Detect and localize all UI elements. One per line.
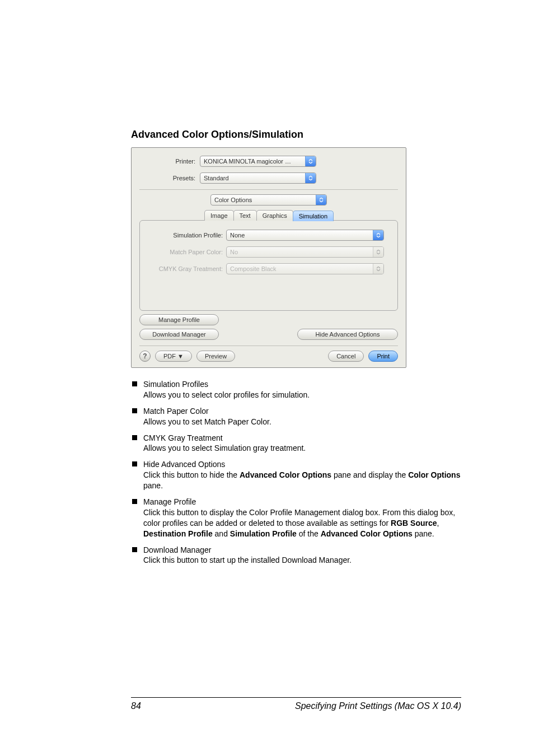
bullet-desc: Click this button to start up the instal… (143, 555, 461, 566)
chevron-updown-icon (305, 173, 316, 183)
tab-text[interactable]: Text (233, 210, 257, 221)
cancel-button[interactable]: Cancel (328, 351, 364, 362)
pdf-menu-label: PDF ▼ (163, 353, 184, 360)
printer-select-value: KONICA MINOLTA magicolor … (200, 158, 305, 165)
tab-graphics[interactable]: Graphics (256, 210, 293, 221)
bullet-title: Manage Profile (143, 497, 461, 507)
list-item: Manage Profile Click this button to disp… (131, 497, 461, 539)
presets-select[interactable]: Standard (200, 172, 316, 184)
printer-select[interactable]: KONICA MINOLTA magicolor … (200, 156, 316, 167)
preview-button[interactable]: Preview (196, 351, 235, 362)
cmyk-gray-select: Composite Black (226, 263, 384, 274)
divider (139, 346, 398, 346)
bullet-title: Simulation Profiles (143, 379, 461, 390)
list-item: Simulation Profiles Allows you to select… (131, 379, 461, 400)
print-dialog: Printer: KONICA MINOLTA magicolor … Pres… (131, 147, 406, 368)
bullet-desc: Allows you to set Match Paper Color. (143, 417, 461, 427)
section-heading: Advanced Color Options/Simulation (131, 129, 461, 141)
tab-pane-simulation: Simulation Profile: None Match Paper Col… (139, 220, 398, 311)
presets-label: Presets: (139, 175, 200, 181)
bullet-title: Download Manager (143, 545, 461, 556)
match-paper-select: No (226, 246, 384, 258)
bullet-title: CMYK Gray Treatment (143, 433, 461, 444)
page-number: 84 (131, 701, 141, 711)
bullet-desc: Allows you to select color profiles for … (143, 390, 461, 400)
bullet-list: Simulation Profiles Allows you to select… (131, 379, 461, 566)
bullet-desc: Allows you to select Simulation gray tre… (143, 443, 461, 454)
tab-strip: Image Text Graphics Simulation (139, 210, 398, 221)
pane-select[interactable]: Color Options (210, 194, 327, 206)
list-item: Download Manager Click this button to st… (131, 545, 461, 566)
match-paper-value: No (227, 249, 373, 255)
list-item: Match Paper Color Allows you to set Matc… (131, 406, 461, 427)
chevron-updown-icon (373, 264, 383, 274)
manage-profile-button[interactable]: Manage Profile (139, 314, 219, 325)
presets-select-value: Standard (200, 175, 305, 181)
bullet-desc: Click this button to display the Color P… (143, 507, 461, 539)
divider (139, 189, 398, 190)
bullet-desc: Click this button to hide the Advanced C… (143, 470, 461, 491)
tab-simulation[interactable]: Simulation (293, 211, 334, 221)
list-item: Hide Advanced Options Click this button … (131, 459, 461, 491)
printer-label: Printer: (139, 158, 200, 165)
tab-image[interactable]: Image (204, 210, 234, 221)
pdf-menu-button[interactable]: PDF ▼ (155, 351, 192, 362)
sim-profile-value: None (227, 232, 373, 239)
hide-advanced-options-button[interactable]: Hide Advanced Options (297, 329, 398, 340)
sim-profile-label: Simulation Profile: (153, 232, 226, 239)
download-manager-button[interactable]: Download Manager (139, 329, 219, 340)
print-button[interactable]: Print (368, 351, 398, 362)
pane-select-value: Color Options (211, 197, 316, 203)
chevron-updown-icon (373, 230, 383, 240)
footer-text: Specifying Print Settings (Mac OS X 10.4… (295, 701, 461, 711)
sim-profile-select[interactable]: None (226, 230, 384, 241)
chevron-updown-icon (316, 195, 326, 205)
bullet-title: Hide Advanced Options (143, 459, 461, 470)
chevron-updown-icon (373, 247, 383, 257)
bullet-title: Match Paper Color (143, 406, 461, 417)
page-footer: 84 Specifying Print Settings (Mac OS X 1… (0, 697, 534, 711)
help-button[interactable]: ? (139, 351, 151, 362)
cmyk-gray-value: Composite Black (227, 265, 373, 272)
match-paper-label: Match Paper Color: (153, 249, 226, 255)
cmyk-gray-label: CMYK Gray Treatment: (153, 265, 226, 272)
list-item: CMYK Gray Treatment Allows you to select… (131, 433, 461, 454)
chevron-updown-icon (305, 156, 316, 166)
